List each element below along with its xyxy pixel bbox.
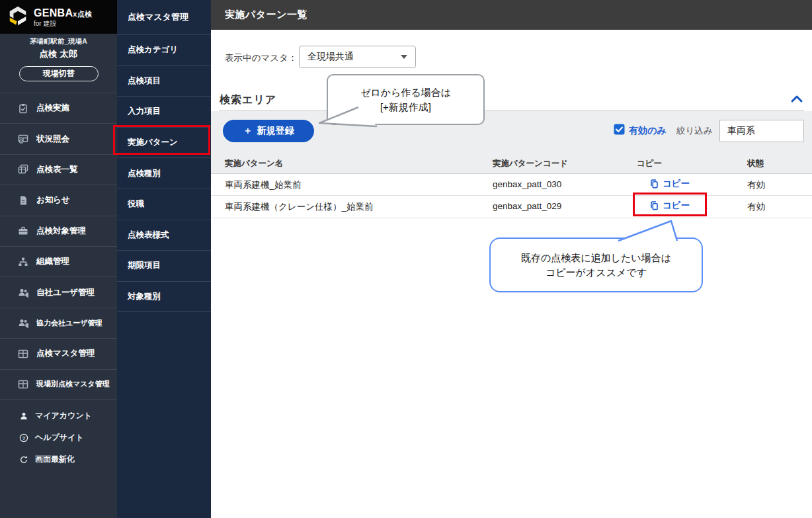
- pattern-table: 車両系建機_始業前 genbax_patt_030 コピー 有効 車両系建機（ク…: [211, 173, 812, 218]
- active-only-checkbox[interactable]: [614, 124, 625, 135]
- master-select[interactable]: 全現場共通: [299, 46, 416, 68]
- callout-copy-recommend: 既存の点検表に追加したい場合は コピーがオススメです: [489, 237, 703, 292]
- sidebar-nav: 点検実施 状況照会 点検表一覧 お知らせ: [0, 93, 117, 400]
- annotation-box-copy-button: [633, 193, 707, 216]
- column-header-status: 状態: [747, 158, 764, 169]
- table-row[interactable]: 車両系建機_始業前 genbax_patt_030 コピー 有効: [211, 173, 812, 196]
- status-cell: 有効: [747, 201, 765, 213]
- clipboard-check-icon: [17, 103, 28, 114]
- copy-icon: [649, 179, 659, 189]
- pattern-name-cell: 車両系建機_始業前: [225, 179, 302, 191]
- sidebar-item-sheet-list[interactable]: 点検表一覧: [0, 154, 117, 185]
- master-select-label: 表示中のマスタ：: [225, 52, 297, 64]
- sidebar: GENBAx点検 for 建設 茅場町駅前_現場A 点検 太郎 現場切替 点検実…: [0, 0, 117, 518]
- sidebar-item-label: お知らせ: [36, 194, 70, 206]
- briefcase-icon: [17, 226, 28, 237]
- annotation-box-execution-pattern: [113, 125, 210, 155]
- person-icon: [18, 410, 29, 421]
- sidebar-item-site-master-management[interactable]: 現場別点検マスタ管理: [0, 369, 117, 400]
- callout-tail: [612, 217, 681, 242]
- status-board-icon: [17, 134, 28, 145]
- sidebar-item-own-users[interactable]: 自社ユーザ管理: [0, 277, 117, 307]
- submenu-header: 点検マスタ管理: [117, 0, 211, 34]
- sidebar-item-label: 点検表一覧: [36, 164, 78, 175]
- pattern-name-cell: 車両系建機（クレーン仕様）_始業前: [225, 201, 373, 213]
- sidebar-item-my-account[interactable]: マイアカウント: [0, 405, 117, 427]
- users-icon: [17, 318, 28, 329]
- user-block: 茅場町駅前_現場A 点検 太郎 現場切替: [0, 37, 117, 81]
- sidebar-item-label: 自社ユーザ管理: [36, 287, 95, 298]
- sidebar-item-label: 協力会社ユーザ管理: [36, 318, 102, 328]
- copy-button[interactable]: コピー: [649, 178, 690, 190]
- svg-text:?: ?: [22, 435, 25, 441]
- status-cell: 有効: [747, 179, 765, 191]
- pattern-code-cell: genbax_patt_029: [493, 201, 561, 211]
- genba-logo-icon: [7, 5, 29, 30]
- sidebar-item-label: マイアカウント: [35, 410, 92, 421]
- sidebar-item-target-management[interactable]: 点検対象管理: [0, 216, 117, 246]
- sidebar-item-organization[interactable]: 組織管理: [0, 246, 117, 277]
- users-icon: [17, 287, 28, 298]
- sidebar-item-label: 組織管理: [36, 256, 69, 267]
- column-header-pattern-code: 実施パターンコード: [493, 158, 568, 169]
- submenu-item-input-items[interactable]: 入力項目: [117, 96, 211, 127]
- submenu-item-inspection-type[interactable]: 点検種別: [117, 157, 211, 189]
- document-icon: [17, 194, 28, 206]
- table-row[interactable]: 車両系建機（クレーン仕様）_始業前 genbax_patt_029 コピー 有効: [211, 196, 812, 218]
- site-switch-button[interactable]: 現場切替: [19, 66, 99, 81]
- table-icon: [17, 378, 28, 390]
- main-content: 実施パターン一覧 表示中のマスタ： 全現場共通 検索エリア ＋ 新規登録 有効の…: [211, 0, 812, 518]
- sidebar-item-screen-refresh[interactable]: 画面最新化: [0, 449, 117, 470]
- chevron-down-icon: [401, 55, 407, 59]
- current-site-label: 茅場町駅前_現場A: [0, 37, 117, 46]
- collapse-chevron-up-icon[interactable]: [790, 94, 803, 105]
- app-window: GENBAx点検 for 建設 茅場町駅前_現場A 点検 太郎 現場切替 点検実…: [0, 0, 812, 518]
- filter-input[interactable]: [719, 120, 804, 142]
- org-chart-icon: [17, 256, 28, 267]
- app-logo[interactable]: GENBAx点検 for 建設: [0, 0, 117, 34]
- sidebar-item-label: 点検マスタ管理: [36, 348, 95, 359]
- pattern-code-cell: genbax_patt_030: [493, 179, 561, 189]
- page-title: 実施パターン一覧: [225, 9, 307, 21]
- active-only-label[interactable]: 有効のみ: [629, 125, 667, 137]
- sidebar-item-label: 状況照会: [36, 134, 69, 145]
- help-circle-icon: ?: [18, 432, 29, 443]
- sidebar-item-label: 点検実施: [36, 103, 69, 114]
- master-select-value: 全現場共通: [307, 51, 401, 63]
- search-area-heading: 検索エリア: [220, 93, 276, 107]
- filter-label: 絞り込み: [676, 125, 713, 137]
- submenu-item-target-type[interactable]: 対象種別: [117, 281, 211, 312]
- sidebar-item-label: ヘルプサイト: [35, 432, 84, 443]
- sheet-list-icon: [17, 164, 28, 175]
- callout-tail: [316, 102, 382, 130]
- column-header-copy: コピー: [637, 158, 662, 169]
- page-header-bar: 実施パターン一覧: [211, 0, 812, 30]
- submenu-item-inspection-items[interactable]: 点検項目: [117, 65, 211, 97]
- sidebar-item-label: 画面最新化: [35, 454, 75, 465]
- sidebar-item-inspection-execute[interactable]: 点検実施: [0, 93, 117, 123]
- sidebar-item-status-inquiry[interactable]: 状況照会: [0, 123, 117, 153]
- refresh-icon: [18, 454, 29, 465]
- sidebar-item-label: 点検対象管理: [36, 226, 86, 237]
- sidebar-item-news[interactable]: お知らせ: [0, 185, 117, 215]
- app-logo-text: GENBAx点検 for 建設: [34, 7, 92, 27]
- plus-icon: ＋: [243, 125, 253, 137]
- new-registration-button[interactable]: ＋ 新規登録: [223, 120, 314, 142]
- submenu-item-role[interactable]: 役職: [117, 189, 211, 220]
- submenu-item-deadline-items[interactable]: 期限項目: [117, 250, 211, 281]
- sidebar-item-label: 現場別点検マスタ管理: [36, 379, 110, 389]
- submenu-item-sheet-format[interactable]: 点検表様式: [117, 220, 211, 251]
- sidebar-item-help-site[interactable]: ? ヘルプサイト: [0, 427, 117, 449]
- user-name: 点検 太郎: [0, 48, 117, 60]
- submenu-item-category[interactable]: 点検カテゴリ: [117, 34, 211, 65]
- sidebar-item-master-management[interactable]: 点検マスタ管理: [0, 338, 117, 368]
- sidebar-utility: マイアカウント ? ヘルプサイト 画面最新化: [0, 405, 117, 470]
- column-header-pattern-name: 実施パターン名: [225, 158, 283, 169]
- table-icon: [17, 348, 28, 359]
- submenu-inspection-master: 点検マスタ管理 点検カテゴリ 点検項目 入力項目 実施パターン 点検種別 役職 …: [117, 0, 211, 518]
- sidebar-item-partner-users[interactable]: 協力会社ユーザ管理: [0, 308, 117, 338]
